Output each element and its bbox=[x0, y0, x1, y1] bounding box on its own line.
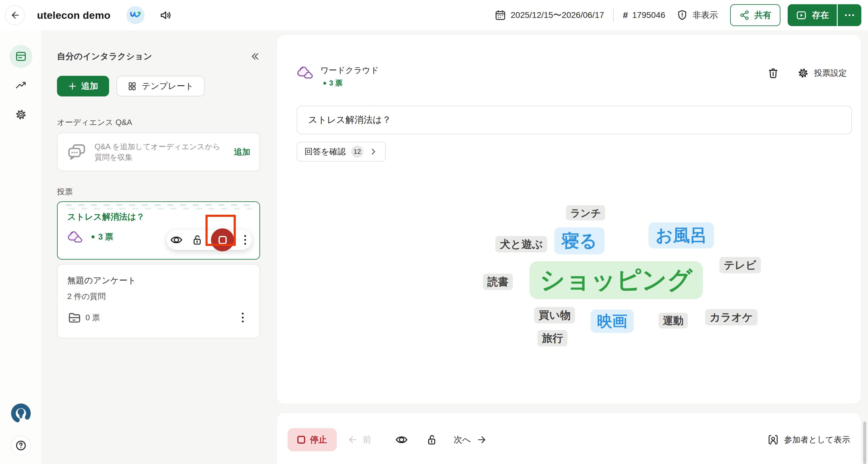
qa-bubbles-icon bbox=[67, 143, 87, 161]
poll-detail-card: ワードクラウド 3 票 bbox=[276, 34, 861, 404]
plus-icon bbox=[68, 82, 77, 91]
date-range-text: 2025/12/15〜2026/06/17 bbox=[511, 9, 604, 21]
wordcloud-type-icon bbox=[297, 65, 314, 80]
wordcloud-word: ショッピング bbox=[529, 261, 703, 299]
arrow-left-icon bbox=[10, 10, 20, 20]
eye-icon[interactable] bbox=[395, 433, 408, 446]
share-button[interactable]: 共有 bbox=[730, 4, 780, 26]
add-interaction-button[interactable]: 追加 bbox=[57, 76, 109, 96]
poll-settings-button[interactable]: 投票設定 bbox=[797, 67, 847, 79]
divider bbox=[613, 8, 614, 22]
present-label: 存在 bbox=[812, 9, 829, 21]
kebab-menu-icon[interactable] bbox=[236, 313, 250, 322]
interactions-panel: 自分のインタラクション 追加 テンプレート オーディエンス Q&A bbox=[57, 48, 260, 339]
survey-meta: 0 票 bbox=[67, 311, 250, 324]
scrollbar-thumb[interactable] bbox=[863, 422, 866, 464]
announcement-speaker-icon[interactable] bbox=[159, 9, 172, 22]
present-button[interactable]: 存在 bbox=[788, 4, 837, 26]
poll-votes: 3 票 bbox=[98, 231, 113, 242]
wordcloud: ランチ犬と遊ぶ寝るお風呂テレビ読書ショッピング買い物映画運動カラオケ旅行 bbox=[277, 35, 861, 404]
rail-bottom bbox=[10, 402, 32, 464]
wordcloud-type-icon bbox=[67, 230, 83, 244]
visibility-toggle[interactable]: 非表示 bbox=[676, 9, 718, 21]
present-button-group: 存在 bbox=[788, 4, 861, 26]
share-icon bbox=[739, 10, 750, 21]
survey-title: 無題のアンケート bbox=[67, 275, 250, 286]
next-button[interactable]: 次へ bbox=[454, 434, 487, 445]
add-label: 追加 bbox=[81, 80, 98, 92]
utelecon-logo bbox=[10, 402, 32, 425]
wordcloud-word: 旅行 bbox=[537, 330, 567, 346]
arrow-right-icon bbox=[476, 434, 487, 445]
poll-detail-actions: 投票設定 bbox=[767, 67, 847, 80]
presenter-footer: 停止 前 次へ bbox=[276, 412, 861, 464]
survey-votes: 0 票 bbox=[86, 312, 100, 323]
poll-card-survey[interactable]: 無題のアンケート 2 件の質問 0 票 bbox=[57, 264, 260, 339]
live-dot bbox=[323, 82, 326, 85]
eye-icon[interactable] bbox=[170, 233, 183, 247]
wordcloud-word: ランチ bbox=[566, 205, 605, 221]
more-options-button[interactable] bbox=[838, 4, 861, 26]
wordcloud-word: 犬と遊ぶ bbox=[495, 236, 547, 252]
help-button[interactable] bbox=[11, 435, 31, 456]
rail-item-interactions[interactable] bbox=[9, 45, 32, 68]
question-mark-icon bbox=[15, 439, 27, 452]
arrow-left-icon bbox=[347, 434, 358, 445]
wordcloud-word: 運動 bbox=[658, 313, 688, 328]
top-bar: utelecon demo 2025/12/15〜2026/0 bbox=[0, 0, 868, 30]
event-code: # 1795046 bbox=[623, 10, 665, 20]
wordcloud-word: カラオケ bbox=[705, 309, 758, 325]
shield-alert-icon bbox=[676, 9, 688, 21]
poll-type-block: ワードクラウド 3 票 bbox=[320, 65, 379, 88]
polls-section-label: 投票 bbox=[57, 186, 260, 197]
templates-label: テンプレート bbox=[142, 80, 194, 92]
qa-add-link[interactable]: 追加 bbox=[234, 146, 250, 157]
present-play-icon bbox=[796, 9, 807, 21]
poll-card-active[interactable]: ストレス解消法は？ 3 票 bbox=[57, 201, 260, 260]
participant-view-icon bbox=[767, 434, 779, 446]
view-as-participant-button[interactable]: 参加者として表示 bbox=[767, 434, 850, 446]
session-title: utelecon demo bbox=[37, 9, 111, 21]
stop-button[interactable]: 停止 bbox=[288, 428, 337, 451]
live-dot bbox=[92, 235, 95, 238]
review-answers-label: 回答を確認 bbox=[305, 146, 346, 157]
rail-item-settings[interactable] bbox=[9, 103, 32, 126]
wordcloud-word: テレビ bbox=[719, 257, 761, 273]
poll-type-label: ワードクラウド bbox=[320, 65, 379, 76]
rail-item-analytics[interactable] bbox=[9, 74, 32, 97]
footer-controls: 停止 前 次へ bbox=[288, 428, 850, 451]
gear-icon bbox=[14, 108, 27, 121]
previous-button[interactable]: 前 bbox=[347, 434, 371, 445]
wordcloud-word: 読書 bbox=[483, 273, 513, 290]
ellipsis-icon bbox=[845, 14, 847, 16]
poll-title: ストレス解消法は？ bbox=[67, 211, 250, 223]
wordcloud-word: お風呂 bbox=[649, 222, 714, 249]
delete-poll-icon[interactable] bbox=[767, 67, 779, 80]
stop-icon bbox=[218, 236, 227, 244]
qa-empty-card: Q&A を追加してオーディエンスから質問を収集 追加 bbox=[57, 133, 260, 171]
panel-title: 自分のインタラクション bbox=[57, 51, 152, 62]
stop-label: 停止 bbox=[310, 434, 327, 445]
survey-question-count: 2 件の質問 bbox=[67, 291, 250, 302]
calendar-icon bbox=[494, 9, 506, 21]
previous-label: 前 bbox=[363, 434, 371, 445]
qa-empty-text: Q&A を追加してオーディエンスから質問を収集 bbox=[95, 141, 222, 163]
visibility-label: 非表示 bbox=[692, 9, 718, 21]
left-rail bbox=[0, 30, 41, 464]
templates-button[interactable]: テンプレート bbox=[116, 76, 205, 96]
review-answers-button[interactable]: 回答を確認 12 bbox=[297, 142, 386, 162]
chevron-right-icon bbox=[369, 147, 378, 156]
lock-icon[interactable] bbox=[425, 433, 438, 446]
hash-icon: # bbox=[623, 10, 628, 20]
back-button[interactable] bbox=[5, 5, 25, 25]
question-input[interactable] bbox=[297, 106, 852, 134]
lock-icon[interactable] bbox=[191, 233, 204, 247]
panel-actions: 追加 テンプレート bbox=[57, 76, 260, 96]
kebab-menu-icon[interactable] bbox=[242, 235, 249, 245]
poll-actions-pill bbox=[167, 230, 252, 250]
collapse-panel-icon[interactable] bbox=[250, 51, 260, 62]
stop-poll-button[interactable] bbox=[211, 228, 234, 252]
share-label: 共有 bbox=[754, 9, 771, 21]
next-label: 次へ bbox=[454, 434, 471, 445]
grid-icon bbox=[127, 81, 137, 91]
